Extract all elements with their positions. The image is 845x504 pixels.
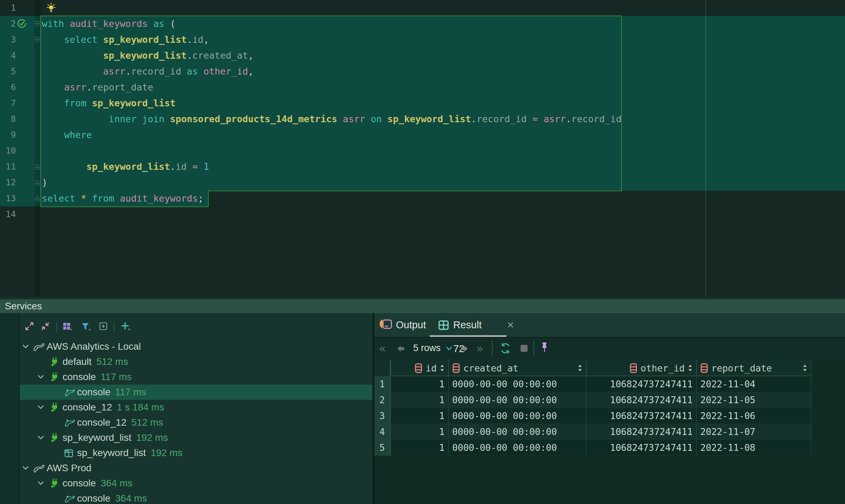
table-cell[interactable]: 1: [390, 376, 448, 392]
table-cell[interactable]: 106824737247411: [586, 424, 696, 440]
tree-row-default[interactable]: default512 ms: [20, 354, 372, 369]
column-label: other_id: [640, 363, 685, 374]
chevron-down-icon[interactable]: [37, 405, 45, 411]
table-cell[interactable]: 0000-00-00 00:00:00: [448, 392, 586, 408]
code-line[interactable]: ): [42, 175, 47, 191]
fold-down-icon[interactable]: [35, 20, 40, 29]
code-line[interactable]: with audit_keywords as (: [42, 16, 175, 32]
tree-item-name: console: [63, 478, 96, 488]
tree-row-console-12[interactable]: console_12512 ms: [20, 415, 372, 430]
group-by-icon[interactable]: [62, 321, 73, 334]
previous-page-icon[interactable]: [396, 344, 406, 355]
column-header-report_date[interactable]: report_date: [696, 360, 811, 376]
row-number[interactable]: 1: [374, 376, 390, 392]
last-page-button[interactable]: »: [477, 340, 483, 356]
refresh-icon[interactable]: [500, 342, 511, 356]
table-row[interactable]: 410000-00-00 00:00:001068247372474112022…: [374, 424, 811, 440]
panel-divider[interactable]: [0, 297, 845, 299]
table-cell[interactable]: 0000-00-00 00:00:00: [448, 376, 586, 392]
tree-row-console[interactable]: console364 ms: [20, 491, 372, 504]
sort-arrows-icon[interactable]: [440, 364, 445, 372]
column-header-created_at[interactable]: created_at: [448, 360, 586, 376]
code-token: =: [192, 161, 198, 172]
table-cell[interactable]: 2022-11-08: [696, 440, 811, 456]
table-cell[interactable]: 1: [390, 408, 448, 424]
collapse-all-icon[interactable]: [40, 321, 50, 332]
table-row[interactable]: 510000-00-00 00:00:001068247372474112022…: [374, 440, 811, 456]
tree-row-sp-keyword-list[interactable]: sp_keyword_list192 ms: [20, 430, 372, 445]
tree-row-sp-keyword-list[interactable]: sp_keyword_list192 ms: [20, 445, 372, 461]
fold-gutter[interactable]: [35, 0, 40, 297]
expand-all-icon[interactable]: [25, 321, 34, 332]
tree-row-aws-analytics-local[interactable]: AWS Analytics - Local: [20, 339, 372, 354]
tree-row-console-12[interactable]: console_121 s 184 ms: [20, 400, 372, 415]
row-number[interactable]: 5: [374, 440, 390, 456]
mariadb-seal-icon: [33, 464, 45, 475]
sort-arrows-icon[interactable]: [578, 364, 582, 372]
table-cell[interactable]: 0000-00-00 00:00:00: [448, 424, 586, 440]
table-cell[interactable]: 1: [390, 424, 448, 440]
line-number: 2: [0, 16, 16, 32]
row-number[interactable]: 4: [374, 424, 390, 440]
table-cell[interactable]: 2022-11-06: [696, 408, 811, 424]
tree-row-console[interactable]: console364 ms: [20, 476, 372, 491]
tree-row-console[interactable]: console117 ms: [20, 385, 372, 400]
code-line[interactable]: sp_keyword_list.id = 1: [42, 159, 209, 175]
stop-query-icon[interactable]: [520, 344, 529, 354]
code-line[interactable]: from sp_keyword_list: [42, 95, 175, 111]
chevron-down-icon[interactable]: [37, 435, 45, 442]
table-cell[interactable]: 106824737247411: [586, 392, 696, 408]
pin-icon[interactable]: [540, 342, 549, 355]
chevron-down-icon[interactable]: [445, 346, 453, 353]
table-cell[interactable]: 1: [390, 392, 448, 408]
table-cell[interactable]: 1: [390, 440, 448, 456]
chevron-down-icon[interactable]: [22, 465, 29, 472]
close-icon[interactable]: [507, 321, 514, 330]
table-cell[interactable]: 106824737247411: [586, 408, 696, 424]
statement-ok-icon[interactable]: [17, 18, 27, 30]
row-number[interactable]: 2: [374, 392, 390, 408]
add-table-icon[interactable]: [98, 321, 108, 332]
fold-up-icon[interactable]: [35, 163, 40, 172]
code-line[interactable]: select sp_keyword_list.id,: [42, 32, 209, 48]
filter-icon[interactable]: [80, 321, 92, 334]
table-row[interactable]: 310000-00-00 00:00:001068247372474112022…: [374, 408, 811, 424]
code-line[interactable]: asrr.record_id as other_id,: [42, 64, 254, 79]
first-page-button[interactable]: «: [379, 340, 386, 356]
chevron-down-icon[interactable]: [37, 374, 45, 381]
chevron-down-icon[interactable]: [22, 344, 29, 351]
code-line[interactable]: asrr.report_date: [42, 79, 153, 95]
chevron-down-icon[interactable]: [37, 481, 45, 487]
code-line[interactable]: select * from audit_keywords;: [42, 191, 203, 206]
table-row[interactable]: 210000-00-00 00:00:001068247372474112022…: [374, 392, 811, 408]
column-header-id[interactable]: id: [390, 360, 448, 376]
table-cell[interactable]: 2022-11-05: [696, 392, 811, 408]
intention-bulb-icon[interactable]: [46, 2, 57, 15]
table-cell[interactable]: 2022-11-04: [696, 376, 811, 392]
execution-time: 364 ms: [115, 493, 147, 504]
sort-arrows-icon[interactable]: [803, 364, 807, 372]
table-row[interactable]: 110000-00-00 00:00:001068247372474112022…: [374, 376, 811, 392]
tree-row-console[interactable]: console117 ms: [20, 369, 372, 385]
code-line[interactable]: sp_keyword_list.created_at,: [42, 48, 254, 64]
result-grid-icon: [438, 320, 449, 332]
code-line[interactable]: where: [42, 127, 92, 143]
column-header-other_id[interactable]: other_id: [586, 360, 696, 376]
fold-down-icon[interactable]: [35, 36, 40, 45]
sort-arrows-icon[interactable]: [688, 364, 693, 372]
row-number[interactable]: 3: [374, 408, 390, 424]
code-token: .: [125, 66, 131, 77]
fold-up-icon[interactable]: [35, 179, 40, 187]
code-line[interactable]: inner join sponsored_products_14d_metric…: [42, 111, 621, 127]
table-cell[interactable]: 0000-00-00 00:00:00: [448, 440, 586, 456]
tree-row-aws-prod[interactable]: AWS Prod: [20, 461, 372, 476]
table-cell[interactable]: 2022-11-07: [696, 424, 811, 440]
sql-editor[interactable]: 12with audit_keywords as (3 select sp_ke…: [0, 0, 845, 297]
table-cell[interactable]: 0000-00-00 00:00:00: [448, 408, 586, 424]
add-icon[interactable]: [121, 321, 132, 334]
page-size-selector[interactable]: 5 rows: [413, 340, 441, 356]
next-page-icon[interactable]: [459, 344, 469, 355]
fold-up-icon[interactable]: [35, 195, 40, 203]
table-cell[interactable]: 106824737247411: [586, 376, 696, 392]
table-cell[interactable]: 106824737247411: [586, 440, 696, 456]
